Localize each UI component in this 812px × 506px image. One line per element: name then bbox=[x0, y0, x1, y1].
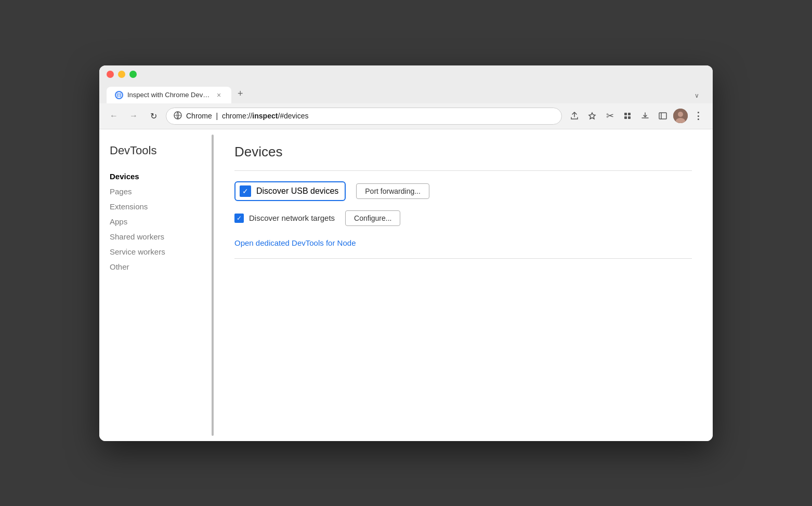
address-label: Chrome bbox=[186, 112, 212, 120]
svg-rect-3 bbox=[624, 113, 627, 115]
close-button[interactable] bbox=[107, 71, 114, 78]
address-bar-row: ← → ↻ Chrome | chrome://inspect/#devices bbox=[99, 103, 713, 129]
discover-usb-text: Discover USB devices bbox=[256, 187, 338, 196]
tab-favicon bbox=[115, 91, 123, 99]
port-forwarding-button[interactable]: Port forwarding... bbox=[356, 183, 429, 199]
network-option-row: ✓ Discover network targets Configure... bbox=[234, 210, 692, 226]
usb-checkmark: ✓ bbox=[242, 187, 248, 195]
svg-rect-5 bbox=[624, 116, 627, 119]
tab-expand-button[interactable]: ∨ bbox=[688, 88, 705, 103]
configure-button[interactable]: Configure... bbox=[345, 210, 400, 226]
menu-icon[interactable]: ⋮ bbox=[691, 109, 705, 123]
sidebar-nav: Devices Pages Extensions Apps Shared wor… bbox=[110, 170, 203, 273]
tab-close-button[interactable]: × bbox=[215, 91, 223, 99]
sidebar-item-other[interactable]: Other bbox=[110, 260, 203, 273]
address-url-prefix: chrome:// bbox=[222, 112, 252, 120]
avatar[interactable] bbox=[673, 109, 688, 123]
address-field[interactable]: Chrome | chrome://inspect/#devices bbox=[166, 108, 562, 125]
sidebar-item-apps[interactable]: Apps bbox=[110, 215, 203, 228]
discover-network-text: Discover network targets bbox=[249, 214, 335, 222]
scissors-icon[interactable]: ✂ bbox=[603, 109, 617, 123]
discover-network-checkbox[interactable]: ✓ bbox=[234, 214, 244, 223]
sidebar-title: DevTools bbox=[110, 144, 203, 157]
sidebar-item-extensions[interactable]: Extensions bbox=[110, 200, 203, 213]
forward-button[interactable]: → bbox=[126, 109, 141, 123]
back-button[interactable]: ← bbox=[107, 109, 121, 123]
discover-usb-label[interactable]: ✓ Discover USB devices bbox=[234, 181, 346, 201]
toolbar-icons: ✂ bbox=[567, 109, 705, 123]
refresh-button[interactable]: ↻ bbox=[146, 109, 161, 123]
svg-rect-6 bbox=[628, 116, 631, 119]
address-url-suffix: /#devices bbox=[278, 112, 308, 120]
browser-window: Inspect with Chrome Develope × + ∨ ← → ↻… bbox=[99, 65, 713, 441]
download-icon[interactable] bbox=[638, 109, 652, 123]
traffic-lights bbox=[107, 71, 705, 78]
new-tab-button[interactable]: + bbox=[231, 84, 250, 103]
share-icon[interactable] bbox=[567, 109, 582, 123]
usb-option-row: ✓ Discover USB devices Port forwarding..… bbox=[234, 181, 692, 201]
svg-marker-2 bbox=[589, 113, 595, 119]
page-title: Devices bbox=[234, 144, 692, 160]
bookmark-icon[interactable] bbox=[585, 109, 599, 123]
tab-title: Inspect with Chrome Develope bbox=[127, 91, 211, 99]
top-divider bbox=[234, 170, 692, 171]
maximize-button[interactable] bbox=[129, 71, 137, 78]
title-bar: Inspect with Chrome Develope × + ∨ bbox=[99, 65, 713, 103]
devtools-node-link[interactable]: Open dedicated DevTools for Node bbox=[234, 238, 356, 247]
bottom-divider bbox=[234, 258, 692, 259]
svg-rect-7 bbox=[659, 113, 666, 119]
sidebar-item-shared-workers[interactable]: Shared workers bbox=[110, 230, 203, 243]
page-content: Devices ✓ Discover USB devices Port forw… bbox=[214, 129, 713, 441]
discover-network-label[interactable]: ✓ Discover network targets bbox=[234, 211, 335, 225]
svg-rect-4 bbox=[628, 113, 631, 115]
sidebar-icon[interactable] bbox=[656, 109, 670, 123]
main-content: DevTools Devices Pages Extensions Apps S… bbox=[99, 129, 713, 441]
sidebar-item-pages[interactable]: Pages bbox=[110, 185, 203, 198]
address-text: Chrome | chrome://inspect/#devices bbox=[186, 112, 554, 120]
minimize-button[interactable] bbox=[118, 71, 125, 78]
svg-point-10 bbox=[678, 112, 683, 117]
extensions-icon[interactable] bbox=[620, 109, 635, 123]
network-checkmark: ✓ bbox=[237, 215, 242, 222]
discover-usb-checkbox[interactable]: ✓ bbox=[240, 185, 251, 197]
sidebar: DevTools Devices Pages Extensions Apps S… bbox=[99, 129, 214, 441]
globe-icon bbox=[174, 111, 182, 121]
active-tab[interactable]: Inspect with Chrome Develope × bbox=[107, 87, 231, 103]
address-url-bold: inspect bbox=[252, 112, 278, 120]
sidebar-item-service-workers[interactable]: Service workers bbox=[110, 245, 203, 258]
tabs-row: Inspect with Chrome Develope × + ∨ bbox=[107, 84, 705, 103]
sidebar-item-devices[interactable]: Devices bbox=[110, 170, 203, 183]
